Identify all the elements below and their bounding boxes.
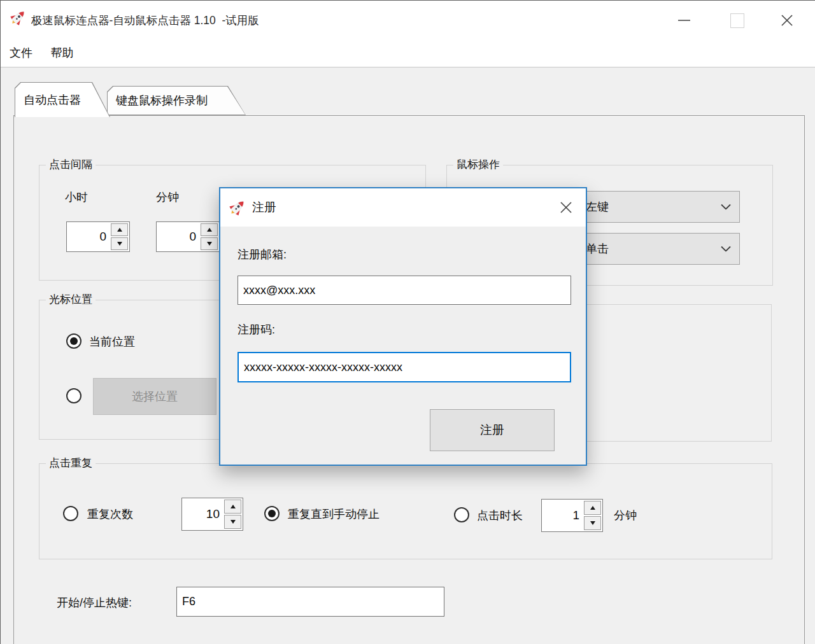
tab-label: 键盘鼠标操作录制	[116, 86, 227, 115]
spinner-buttons	[224, 500, 241, 529]
repeat-until-stop-label: 重复直到手动停止	[288, 507, 379, 522]
duration-unit-label: 分钟	[614, 508, 637, 523]
code-label: 注册码:	[237, 322, 275, 337]
window-title: 极速鼠标连点器-自动鼠标点击器 1.10 -试用版	[31, 1, 259, 40]
duration-down-button[interactable]	[584, 516, 601, 530]
triangle-down-icon	[207, 242, 212, 246]
triangle-up-icon	[207, 228, 212, 232]
repeat-count-spinner[interactable]: 10	[181, 498, 243, 531]
repeat-count-up-button[interactable]	[224, 500, 241, 514]
hours-value: 0	[69, 222, 106, 251]
hours-up-button[interactable]	[111, 223, 128, 236]
minimize-button[interactable]	[665, 1, 702, 40]
repeat-count-down-button[interactable]	[224, 515, 241, 529]
repeat-count-value: 10	[185, 498, 220, 530]
hotkey-label: 开始/停止热键:	[57, 595, 132, 610]
click-duration-radio[interactable]	[454, 507, 469, 522]
click-duration-spinner[interactable]: 1	[541, 499, 603, 532]
menu-bar: 文件 帮助	[1, 40, 815, 67]
current-position-label: 当前位置	[89, 334, 135, 349]
chevron-down-icon	[721, 246, 731, 252]
mouse-action-title: 鼠标操作	[453, 158, 503, 172]
close-button[interactable]	[769, 1, 805, 40]
click-duration-value: 1	[544, 500, 579, 531]
register-dialog: 注册 注册邮箱: 注册码: 注册	[219, 187, 587, 466]
select-position-button[interactable]: 选择位置	[93, 378, 216, 415]
close-icon	[559, 200, 573, 214]
click-interval-title: 点击间隔	[46, 158, 96, 172]
register-submit-button[interactable]: 注册	[430, 409, 555, 451]
click-duration-label: 点击时长	[477, 508, 523, 523]
dialog-title: 注册	[252, 188, 276, 227]
rocket-icon	[10, 9, 27, 26]
chevron-down-icon	[721, 204, 731, 210]
menu-item-help[interactable]: 帮助	[43, 40, 81, 67]
triangle-down-icon	[117, 242, 122, 246]
spinner-buttons	[111, 223, 128, 250]
tab-label: 自动点击器	[24, 82, 91, 117]
repeat-count-label: 重复次数	[87, 507, 133, 522]
dialog-close-button[interactable]	[546, 188, 586, 227]
title-bar: 极速鼠标连点器-自动鼠标点击器 1.10 -试用版	[1, 1, 815, 40]
minimize-icon	[678, 20, 690, 21]
triangle-down-icon	[590, 521, 595, 525]
hours-label: 小时	[65, 190, 88, 205]
email-label: 注册邮箱:	[237, 247, 287, 262]
triangle-down-icon	[230, 520, 236, 524]
dialog-title-bar: 注册	[220, 188, 586, 227]
menu-item-file[interactable]: 文件	[2, 40, 40, 67]
close-icon	[780, 13, 794, 27]
minutes-value: 0	[159, 222, 196, 251]
triangle-up-icon	[117, 228, 122, 232]
repeat-count-radio[interactable]	[63, 506, 78, 521]
click-type-value: 单击	[586, 241, 609, 256]
hotkey-input[interactable]	[176, 587, 444, 617]
email-input[interactable]	[237, 276, 571, 305]
app-window: 极速鼠标连点器-自动鼠标点击器 1.10 -试用版 文件 帮助 键盘鼠标操作录制…	[0, 0, 815, 644]
minutes-down-button[interactable]	[201, 237, 218, 250]
tab-keyboard-mouse-recording[interactable]: 键盘鼠标操作录制	[107, 86, 246, 115]
maximize-button[interactable]	[719, 1, 756, 40]
select-position-radio[interactable]	[66, 388, 82, 403]
cursor-position-title: 光标位置	[46, 293, 96, 307]
repeat-until-stop-radio[interactable]	[264, 506, 280, 521]
mouse-button-value: 左键	[586, 199, 609, 214]
minutes-up-button[interactable]	[201, 223, 218, 236]
current-position-radio[interactable]	[66, 333, 82, 349]
duration-up-button[interactable]	[584, 501, 601, 515]
triangle-up-icon	[590, 506, 595, 510]
minutes-spinner[interactable]: 0	[156, 221, 220, 252]
maximize-icon	[730, 13, 744, 28]
code-input[interactable]	[237, 352, 571, 382]
minutes-label: 分钟	[156, 190, 179, 205]
spinner-buttons	[201, 223, 218, 250]
tab-auto-clicker[interactable]: 自动点击器	[15, 82, 110, 117]
triangle-up-icon	[230, 505, 236, 508]
click-repeat-title: 点击重复	[46, 456, 96, 470]
click-repeat-group: 点击重复 重复次数 10 重复直到手动停止 点击时长 1 分钟	[39, 463, 772, 559]
rocket-icon	[229, 199, 246, 216]
spinner-buttons	[584, 501, 601, 530]
hours-down-button[interactable]	[111, 237, 128, 250]
hours-spinner[interactable]: 0	[66, 221, 130, 252]
